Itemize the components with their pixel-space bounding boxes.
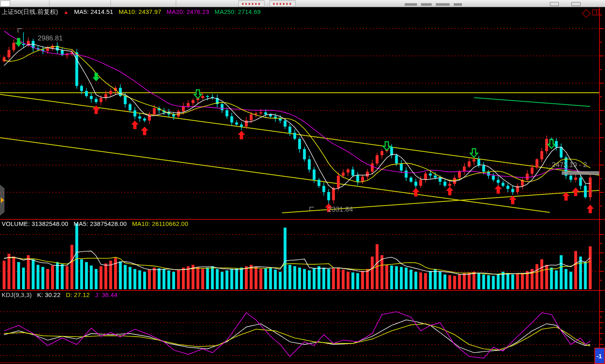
chart-canvas[interactable] <box>0 7 605 364</box>
toolbar-button-2[interactable] <box>269 0 296 7</box>
toolbar-icon-stub[interactable] <box>454 3 462 6</box>
window-layout-icon[interactable] <box>592 9 599 16</box>
toolbar-separator <box>176 0 176 7</box>
floating-tag-text: -1 <box>596 353 602 360</box>
ma20-value: MA20: 2476.23 <box>166 8 209 15</box>
toolbar-left-box[interactable] <box>0 0 10 7</box>
volume-ma5-value: MA5: 23875428.00 <box>74 220 127 227</box>
expand-arrow-icon <box>1 197 4 203</box>
kdj-j-value: J: 36.44 <box>95 291 118 298</box>
top-toolbar <box>0 0 605 7</box>
toolbar-icon-stub[interactable] <box>436 3 450 6</box>
toolbar-icon-stub[interactable] <box>405 3 417 6</box>
kdj-params: KDJ(9,3,3) <box>2 291 32 298</box>
toolbar-separator <box>49 0 49 7</box>
volume-pane-legend: VOLUME: 31382548.00MA5: 23875428.00MA10:… <box>2 220 193 227</box>
ma10-value: MA10: 2437.97 <box>119 8 161 15</box>
toolbar-icon-stub[interactable] <box>421 3 432 6</box>
floating-tag: -1 <box>594 348 605 364</box>
toolbar-icon-box[interactable] <box>571 2 580 6</box>
ma250-value: MA250: 2714.69 <box>215 8 261 15</box>
kdj-k-value: K: 30.22 <box>37 291 60 298</box>
trading-app-window: 上证50(日线.前复权)▲MA5: 2414.51MA10: 2437.97MA… <box>0 0 605 364</box>
toolbar-icon-box[interactable] <box>550 2 559 6</box>
toolbar-button-2-text-stub <box>273 3 292 5</box>
diamond-icon[interactable] <box>582 9 591 18</box>
sidebar-expand-handle[interactable] <box>0 185 4 216</box>
kdj-d-value: D: 27.12 <box>66 291 90 298</box>
toolbar-button-1-text-stub <box>242 3 261 5</box>
pane-controls <box>583 9 599 17</box>
kdj-pane-legend: KDJ(9,3,3)K: 30.22D: 27.12J: 36.44 <box>2 291 123 298</box>
volume-ma10-value: MA10: 26110662.00 <box>132 220 188 227</box>
toolbar-button-1[interactable] <box>238 0 264 7</box>
volume-value: VOLUME: 31382548.00 <box>2 220 68 227</box>
up-arrow-icon: ▲ <box>63 9 69 15</box>
toolbar-separator <box>110 0 111 7</box>
chart-title: 上证50(日线.前复权) <box>2 8 58 15</box>
main-pane-legend: 上证50(日线.前复权)▲MA5: 2414.51MA10: 2437.97MA… <box>2 8 266 16</box>
ma5-value: MA5: 2414.51 <box>74 8 113 15</box>
